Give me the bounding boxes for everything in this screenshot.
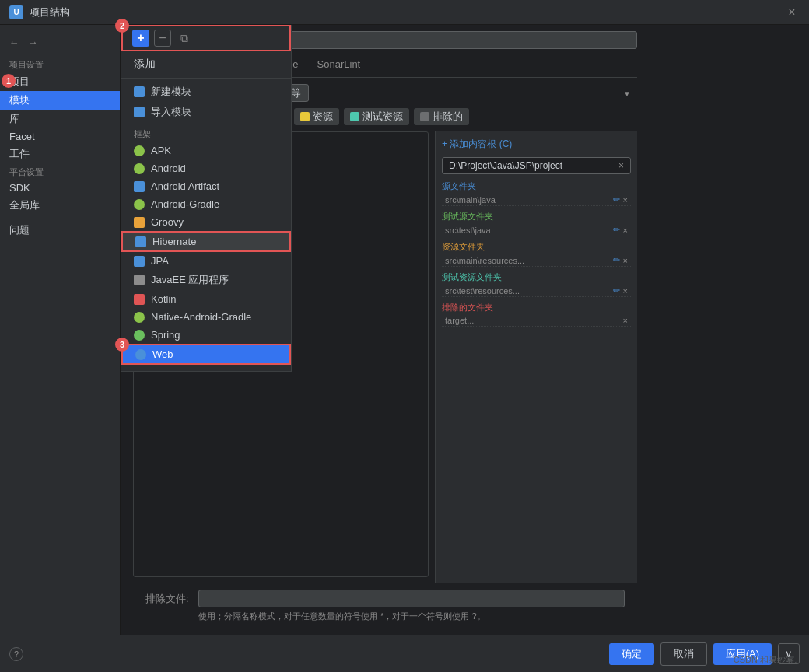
- panel-item-jpa[interactable]: JPA: [121, 252, 291, 270]
- test-resource-folder-remove-button[interactable]: ×: [623, 286, 628, 296]
- test-resource-folder-label: 测试资源文件夹: [442, 271, 631, 283]
- folder-path-text: D:\Project\Java\JSP\project: [449, 160, 562, 171]
- excluded-folder-actions: ×: [623, 316, 628, 325]
- excluded-folder-entry: target... ×: [442, 315, 631, 327]
- panel-item-web[interactable]: 3 Web: [121, 344, 291, 365]
- sidebar-item-sdk[interactable]: SDK: [0, 180, 120, 196]
- sidebar: ← → 项目设置 项目 1 模块 库 Facet 工件 平台设置 SDK 全局库…: [0, 25, 121, 635]
- sidebar-nav: ← →: [0, 31, 120, 53]
- spring-icon: [134, 330, 145, 341]
- panel-item-android[interactable]: Android: [121, 159, 291, 177]
- select-arrow-icon: ▼: [623, 89, 631, 97]
- panel-item-new-module[interactable]: 新建模块: [121, 82, 291, 102]
- main-container: ← → 项目设置 项目 1 模块 库 Facet 工件 平台设置 SDK 全局库…: [0, 25, 809, 635]
- sidebar-item-module[interactable]: 模块: [0, 91, 120, 110]
- module-item-wrapper: 项目 1 模块: [0, 72, 120, 110]
- exclude-input[interactable]: [198, 590, 625, 607]
- apk-icon: [134, 145, 145, 156]
- panel-item-import-module[interactable]: 导入模块: [121, 102, 291, 122]
- sidebar-item-global-library[interactable]: 全局库: [0, 196, 120, 215]
- test-resource-folder-edit-button[interactable]: ✏: [613, 285, 620, 296]
- mark-resource[interactable]: 资源: [294, 108, 339, 125]
- excluded-folder-remove-button[interactable]: ×: [623, 316, 628, 325]
- sidebar-item-issues[interactable]: 问题: [0, 221, 120, 240]
- android-artifact-icon: [134, 181, 145, 192]
- mark-excluded[interactable]: 排除的: [414, 108, 469, 125]
- panel-item-apk[interactable]: APK: [121, 142, 291, 159]
- resource-folder-entry: src\main\resources... ✏ ×: [442, 254, 631, 267]
- help-icon[interactable]: ?: [9, 647, 23, 661]
- panel-item-android-gradle[interactable]: Android-Gradle: [121, 195, 291, 213]
- sidebar-item-project[interactable]: 项目: [0, 72, 120, 91]
- mark-test-resource[interactable]: 测试资源: [344, 108, 409, 125]
- resource-folder-remove-button[interactable]: ×: [623, 256, 628, 265]
- cancel-button[interactable]: 取消: [660, 642, 707, 666]
- test-source-folder-edit-button[interactable]: ✏: [613, 225, 620, 235]
- section-project-settings-label: 项目设置: [0, 56, 120, 72]
- jpa-icon: [134, 256, 145, 267]
- resource-folder-label: 资源文件夹: [442, 241, 631, 253]
- resource-folder-path: src\main\resources...: [445, 256, 524, 265]
- mark-resource-icon: [300, 112, 310, 121]
- test-source-folder-label: 测试源文件夹: [442, 211, 631, 222]
- sidebar-item-library[interactable]: 库: [0, 110, 120, 128]
- mark-excluded-icon: [420, 112, 429, 121]
- panel-item-native-android-gradle[interactable]: Native-Android-Gradle: [121, 308, 291, 326]
- source-folder-edit-button[interactable]: ✏: [613, 194, 620, 205]
- watermark: CSDN 和泉纱雾。: [734, 654, 803, 666]
- sidebar-item-artifact[interactable]: 工件: [0, 145, 120, 163]
- test-resource-folder-path: src\test\resources...: [445, 286, 520, 296]
- test-source-folder-category: 测试源文件夹 src\test\java ✏ ×: [442, 211, 631, 236]
- native-android-gradle-icon: [134, 312, 145, 323]
- tab-sonarlint[interactable]: SonarLint: [308, 55, 370, 77]
- add-content-root-button[interactable]: + 添加内容根 (C): [442, 138, 631, 151]
- test-source-folder-remove-button[interactable]: ×: [623, 226, 628, 235]
- test-source-folder-entry: src\test\java ✏ ×: [442, 224, 631, 236]
- panel-item-groovy[interactable]: Groovy: [121, 213, 291, 231]
- import-module-icon: [134, 107, 145, 117]
- folder-path-bar: D:\Project\Java\JSP\project ×: [442, 157, 631, 174]
- source-folder-remove-button[interactable]: ×: [623, 195, 628, 205]
- exclude-area: 排除文件: 使用；分隔名称模式，对于任意数量的符号使用 *，对于一个符号则使用 …: [133, 583, 637, 628]
- panel-item-javaee[interactable]: JavaEE 应用程序: [121, 270, 291, 290]
- issues-section: 问题: [0, 221, 120, 240]
- close-button[interactable]: ×: [784, 5, 800, 20]
- app-icon: U: [9, 5, 23, 19]
- exclude-hint: 使用；分隔名称模式，对于任意数量的符号使用 *，对于一个符号则使用 ?。: [145, 611, 625, 622]
- kotlin-icon: [134, 294, 145, 305]
- add-panel: 2 + − ⧉ 添加 新建模块 导入模块 框架 APK Android Andr…: [121, 25, 292, 372]
- add-panel-toolbar: 2 + − ⧉: [121, 25, 291, 51]
- panel-item-hibernate[interactable]: Hibernate: [121, 231, 291, 252]
- resource-folder-actions: ✏ ×: [613, 255, 628, 265]
- title-bar: U 项目结构 ×: [0, 0, 809, 25]
- sidebar-item-facet[interactable]: Facet: [0, 128, 120, 145]
- panel-item-spring[interactable]: Spring: [121, 326, 291, 344]
- panel-item-android-artifact[interactable]: Android Artifact: [121, 177, 291, 195]
- copy-item-button[interactable]: ⧉: [176, 30, 193, 47]
- source-folder-label: 源文件夹: [442, 180, 631, 192]
- hibernate-icon: [135, 236, 146, 247]
- resource-folder-category: 资源文件夹 src\main\resources... ✏ ×: [442, 241, 631, 267]
- resource-folder-edit-button[interactable]: ✏: [613, 255, 620, 265]
- test-resource-folder-category: 测试资源文件夹 src\test\resources... ✏ ×: [442, 271, 631, 297]
- title-bar-left: U 项目结构: [9, 5, 70, 19]
- android-icon: [134, 163, 145, 174]
- source-folder-category: 源文件夹 src\main\java ✏ ×: [442, 180, 631, 206]
- folder-path-close-button[interactable]: ×: [618, 160, 624, 171]
- nav-back-button[interactable]: ←: [6, 34, 22, 50]
- bottom-bar: 确定 取消 应用(A) ∨: [0, 635, 809, 672]
- excluded-folder-path: target...: [445, 316, 474, 325]
- framework-label: 框架: [121, 122, 291, 142]
- excluded-folder-label: 排除的文件夹: [442, 302, 631, 313]
- panel-item-kotlin[interactable]: Kotlin: [121, 290, 291, 308]
- nav-forward-button[interactable]: →: [25, 34, 40, 50]
- remove-item-button[interactable]: −: [154, 30, 171, 47]
- groovy-icon: [134, 217, 145, 228]
- title-bar-title: 项目结构: [30, 5, 70, 19]
- source-folder-path: src\main\java: [445, 195, 496, 205]
- test-source-folder-path: src\test\java: [445, 226, 491, 235]
- javaee-icon: [134, 275, 145, 285]
- add-item-button[interactable]: +: [132, 30, 149, 47]
- confirm-button[interactable]: 确定: [609, 643, 654, 665]
- exclude-row: 排除文件:: [145, 590, 625, 607]
